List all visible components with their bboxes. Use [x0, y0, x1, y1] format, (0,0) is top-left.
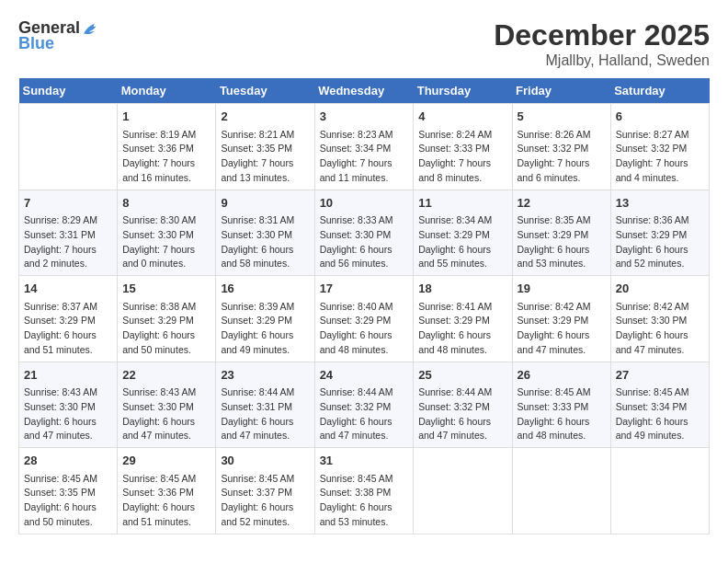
day-info: Sunrise: 8:37 AMSunset: 3:29 PMDaylight:…: [24, 300, 112, 358]
calendar-cell: 18Sunrise: 8:41 AMSunset: 3:29 PMDayligh…: [414, 276, 512, 362]
day-info: Sunrise: 8:44 AMSunset: 3:31 PMDaylight:…: [221, 385, 309, 443]
calendar-cell: 5Sunrise: 8:26 AMSunset: 3:32 PMDaylight…: [512, 104, 610, 190]
day-number: 27: [616, 366, 704, 385]
day-number: 31: [320, 452, 409, 470]
calendar-cell: 3Sunrise: 8:23 AMSunset: 3:34 PMDaylight…: [314, 104, 414, 190]
day-number: 29: [122, 452, 210, 470]
day-number: 12: [518, 194, 606, 213]
calendar-cell: 31Sunrise: 8:45 AMSunset: 3:38 PMDayligh…: [314, 448, 414, 534]
calendar-cell: 14Sunrise: 8:37 AMSunset: 3:29 PMDayligh…: [19, 276, 118, 362]
day-number: 30: [221, 452, 309, 470]
day-info: Sunrise: 8:35 AMSunset: 3:29 PMDaylight:…: [518, 213, 606, 271]
logo-bird-icon: [80, 19, 102, 38]
day-info: Sunrise: 8:30 AMSunset: 3:30 PMDaylight:…: [122, 213, 210, 271]
calendar-cell: 16Sunrise: 8:39 AMSunset: 3:29 PMDayligh…: [216, 276, 314, 362]
day-number: 26: [518, 366, 606, 385]
calendar-cell: 10Sunrise: 8:33 AMSunset: 3:30 PMDayligh…: [314, 190, 414, 276]
calendar-cell: 7Sunrise: 8:29 AMSunset: 3:31 PMDaylight…: [19, 190, 118, 276]
calendar-cell: [19, 104, 118, 190]
day-number: 19: [518, 280, 606, 298]
day-info: Sunrise: 8:41 AMSunset: 3:29 PMDaylight:…: [418, 300, 506, 358]
calendar-cell: 12Sunrise: 8:35 AMSunset: 3:29 PMDayligh…: [512, 190, 610, 276]
week-row-5: 28Sunrise: 8:45 AMSunset: 3:35 PMDayligh…: [19, 448, 710, 534]
day-info: Sunrise: 8:38 AMSunset: 3:29 PMDaylight:…: [122, 300, 210, 358]
day-info: Sunrise: 8:31 AMSunset: 3:30 PMDaylight:…: [221, 213, 309, 271]
day-number: 17: [320, 280, 409, 298]
calendar-cell: 13Sunrise: 8:36 AMSunset: 3:29 PMDayligh…: [610, 190, 709, 276]
calendar-subtitle: Mjallby, Halland, Sweden: [494, 52, 710, 69]
day-number: 9: [221, 194, 309, 213]
day-header-friday: Friday: [512, 78, 610, 104]
day-header-sunday: Sunday: [19, 78, 118, 104]
calendar-cell: 1Sunrise: 8:19 AMSunset: 3:36 PMDaylight…: [118, 104, 216, 190]
calendar-cell: 8Sunrise: 8:30 AMSunset: 3:30 PMDaylight…: [118, 190, 216, 276]
day-number: 28: [24, 452, 112, 470]
day-info: Sunrise: 8:34 AMSunset: 3:29 PMDaylight:…: [418, 213, 506, 271]
day-number: 5: [518, 108, 606, 126]
calendar-cell: 21Sunrise: 8:43 AMSunset: 3:30 PMDayligh…: [19, 362, 118, 448]
calendar-cell: 19Sunrise: 8:42 AMSunset: 3:29 PMDayligh…: [512, 276, 610, 362]
day-info: Sunrise: 8:42 AMSunset: 3:30 PMDaylight:…: [616, 300, 704, 358]
day-number: 22: [122, 366, 210, 385]
week-row-1: 1Sunrise: 8:19 AMSunset: 3:36 PMDaylight…: [19, 104, 710, 190]
day-info: Sunrise: 8:43 AMSunset: 3:30 PMDaylight:…: [122, 385, 210, 443]
day-info: Sunrise: 8:33 AMSunset: 3:30 PMDaylight:…: [320, 213, 409, 271]
week-row-4: 21Sunrise: 8:43 AMSunset: 3:30 PMDayligh…: [19, 362, 710, 448]
day-info: Sunrise: 8:45 AMSunset: 3:35 PMDaylight:…: [24, 472, 112, 530]
logo: General Blue: [18, 18, 102, 53]
day-number: 20: [616, 280, 704, 298]
header: General Blue December 2025 Mjallby, Hall…: [18, 18, 710, 69]
day-info: Sunrise: 8:44 AMSunset: 3:32 PMDaylight:…: [320, 385, 409, 443]
day-info: Sunrise: 8:45 AMSunset: 3:33 PMDaylight:…: [518, 385, 606, 443]
day-number: 2: [221, 108, 309, 126]
calendar-table: SundayMondayTuesdayWednesdayThursdayFrid…: [18, 78, 710, 534]
day-number: 10: [320, 194, 409, 213]
day-number: 25: [418, 366, 506, 385]
logo-blue: Blue: [18, 34, 54, 53]
day-number: 24: [320, 366, 409, 385]
day-info: Sunrise: 8:40 AMSunset: 3:29 PMDaylight:…: [320, 300, 409, 358]
day-header-wednesday: Wednesday: [314, 78, 414, 104]
calendar-cell: 30Sunrise: 8:45 AMSunset: 3:37 PMDayligh…: [216, 448, 314, 534]
week-row-2: 7Sunrise: 8:29 AMSunset: 3:31 PMDaylight…: [19, 190, 710, 276]
day-number: 1: [122, 108, 210, 126]
title-block: December 2025 Mjallby, Halland, Sweden: [494, 18, 710, 69]
day-info: Sunrise: 8:43 AMSunset: 3:30 PMDaylight:…: [24, 385, 112, 443]
day-number: 18: [418, 280, 506, 298]
day-number: 6: [616, 108, 704, 126]
day-number: 4: [418, 108, 506, 126]
day-number: 8: [122, 194, 210, 213]
day-info: Sunrise: 8:26 AMSunset: 3:32 PMDaylight:…: [518, 128, 606, 186]
day-info: Sunrise: 8:27 AMSunset: 3:32 PMDaylight:…: [616, 128, 704, 186]
days-header-row: SundayMondayTuesdayWednesdayThursdayFrid…: [19, 78, 710, 104]
day-info: Sunrise: 8:45 AMSunset: 3:36 PMDaylight:…: [122, 472, 210, 530]
day-number: 23: [221, 366, 309, 385]
calendar-cell: 15Sunrise: 8:38 AMSunset: 3:29 PMDayligh…: [118, 276, 216, 362]
calendar-cell: 4Sunrise: 8:24 AMSunset: 3:33 PMDaylight…: [414, 104, 512, 190]
calendar-cell: 25Sunrise: 8:44 AMSunset: 3:32 PMDayligh…: [414, 362, 512, 448]
calendar-cell: 22Sunrise: 8:43 AMSunset: 3:30 PMDayligh…: [118, 362, 216, 448]
calendar-cell: 17Sunrise: 8:40 AMSunset: 3:29 PMDayligh…: [314, 276, 414, 362]
day-info: Sunrise: 8:45 AMSunset: 3:34 PMDaylight:…: [616, 385, 704, 443]
day-number: 16: [221, 280, 309, 298]
day-number: 21: [24, 366, 112, 385]
calendar-cell: 11Sunrise: 8:34 AMSunset: 3:29 PMDayligh…: [414, 190, 512, 276]
calendar-cell: [610, 448, 709, 534]
calendar-cell: 26Sunrise: 8:45 AMSunset: 3:33 PMDayligh…: [512, 362, 610, 448]
day-header-monday: Monday: [118, 78, 216, 104]
day-info: Sunrise: 8:19 AMSunset: 3:36 PMDaylight:…: [122, 128, 210, 186]
day-header-tuesday: Tuesday: [216, 78, 314, 104]
day-info: Sunrise: 8:45 AMSunset: 3:38 PMDaylight:…: [320, 472, 409, 530]
day-number: 14: [24, 280, 112, 298]
day-info: Sunrise: 8:44 AMSunset: 3:32 PMDaylight:…: [418, 385, 506, 443]
day-info: Sunrise: 8:24 AMSunset: 3:33 PMDaylight:…: [418, 128, 506, 186]
day-info: Sunrise: 8:29 AMSunset: 3:31 PMDaylight:…: [24, 213, 112, 271]
day-info: Sunrise: 8:39 AMSunset: 3:29 PMDaylight:…: [221, 300, 309, 358]
day-info: Sunrise: 8:23 AMSunset: 3:34 PMDaylight:…: [320, 128, 409, 186]
day-number: 7: [24, 194, 112, 213]
day-number: 13: [616, 194, 704, 213]
calendar-cell: 28Sunrise: 8:45 AMSunset: 3:35 PMDayligh…: [19, 448, 118, 534]
day-info: Sunrise: 8:36 AMSunset: 3:29 PMDaylight:…: [616, 213, 704, 271]
calendar-cell: 9Sunrise: 8:31 AMSunset: 3:30 PMDaylight…: [216, 190, 314, 276]
calendar-cell: 29Sunrise: 8:45 AMSunset: 3:36 PMDayligh…: [118, 448, 216, 534]
